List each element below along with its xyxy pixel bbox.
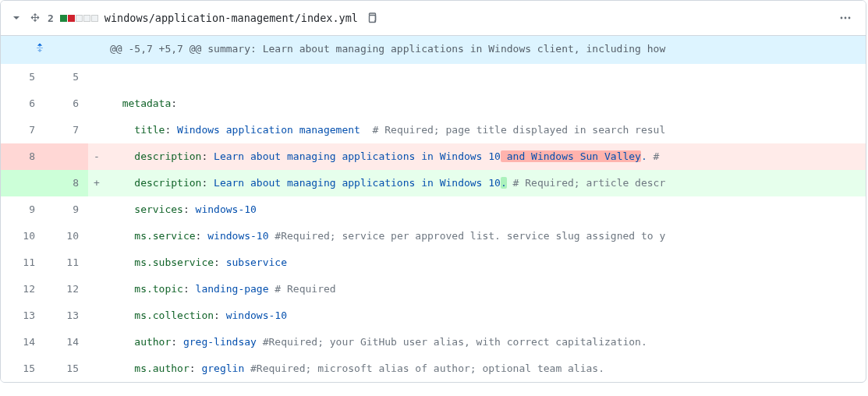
code-cell: author: greg-lindsay #Required; your Git… [105, 329, 866, 355]
old-line-number[interactable]: 6 [1, 90, 44, 117]
old-line-number[interactable]: 10 [1, 223, 44, 249]
new-line-number[interactable]: 14 [44, 329, 88, 355]
old-line-number[interactable]: 7 [1, 117, 44, 143]
new-line-number[interactable]: 6 [44, 90, 88, 117]
diff-line: 77 title: Windows application management… [1, 117, 866, 143]
new-line-number[interactable]: 13 [44, 302, 88, 329]
diff-marker: + [88, 170, 105, 196]
hunk-text: @@ -5,7 +5,7 @@ summary: Learn about man… [105, 36, 866, 64]
copy-icon[interactable] [364, 10, 380, 26]
diff-file: 2 windows/application-management/index.y… [0, 0, 866, 383]
old-line-number[interactable]: 11 [1, 249, 44, 276]
old-line-number[interactable]: 8 [1, 143, 44, 170]
diff-line: 55 [1, 64, 866, 90]
diff-line: 8- description: Learn about managing app… [1, 143, 866, 170]
code-cell: metadata: [105, 90, 866, 117]
diff-marker [88, 329, 105, 355]
diff-marker [88, 64, 105, 90]
code-cell: description: Learn about managing applic… [105, 143, 866, 170]
diff-marker [88, 302, 105, 329]
svg-point-1 [841, 17, 843, 19]
new-line-number[interactable] [44, 143, 88, 170]
expand-hunk-button[interactable] [1, 36, 88, 64]
old-line-number[interactable]: 12 [1, 276, 44, 302]
change-count: 2 [48, 12, 54, 24]
diff-file-header: 2 windows/application-management/index.y… [1, 1, 866, 36]
file-path[interactable]: windows/application-management/index.yml [105, 12, 358, 24]
old-line-number[interactable]: 13 [1, 302, 44, 329]
chevron-down-icon[interactable] [10, 12, 23, 24]
diff-marker [88, 90, 105, 117]
diff-marker [88, 117, 105, 143]
new-line-number[interactable]: 9 [44, 196, 88, 223]
code-cell: ms.collection: windows-10 [105, 302, 866, 329]
diff-line: 1212 ms.topic: landing-page # Required [1, 276, 866, 302]
code-cell: services: windows-10 [105, 196, 866, 223]
kebab-menu-icon[interactable] [834, 7, 856, 29]
new-line-number[interactable]: 11 [44, 249, 88, 276]
hunk-header: @@ -5,7 +5,7 @@ summary: Learn about man… [1, 36, 866, 64]
new-line-number[interactable]: 8 [44, 170, 88, 196]
diff-line: 1414 author: greg-lindsay #Required; you… [1, 329, 866, 355]
diff-line: 99 services: windows-10 [1, 196, 866, 223]
drag-handle-icon[interactable] [29, 12, 41, 24]
svg-point-3 [849, 17, 851, 19]
code-cell: ms.author: greglin #Required; microsoft … [105, 355, 866, 382]
old-line-number[interactable]: 14 [1, 329, 44, 355]
diff-line: 1515 ms.author: greglin #Required; micro… [1, 355, 866, 382]
diff-marker: - [88, 143, 105, 170]
old-line-number[interactable]: 9 [1, 196, 44, 223]
code-cell: description: Learn about managing applic… [105, 170, 866, 196]
new-line-number[interactable]: 5 [44, 64, 88, 90]
diff-marker [88, 355, 105, 382]
old-line-number[interactable]: 15 [1, 355, 44, 382]
diff-table: @@ -5,7 +5,7 @@ summary: Learn about man… [1, 36, 866, 382]
svg-point-2 [845, 17, 847, 19]
diff-line: 1313 ms.collection: windows-10 [1, 302, 866, 329]
new-line-number[interactable]: 7 [44, 117, 88, 143]
code-cell: ms.topic: landing-page # Required [105, 276, 866, 302]
diff-marker [88, 276, 105, 302]
old-line-number[interactable] [1, 170, 44, 196]
diff-line: 66 metadata: [1, 90, 866, 117]
diff-marker [88, 223, 105, 249]
new-line-number[interactable]: 10 [44, 223, 88, 249]
diff-marker [88, 196, 105, 223]
diff-line: 8+ description: Learn about managing app… [1, 170, 866, 196]
diff-stat-squares [60, 15, 98, 22]
code-cell: title: Windows application management # … [105, 117, 866, 143]
diff-line: 1111 ms.subservice: subservice [1, 249, 866, 276]
new-line-number[interactable]: 15 [44, 355, 88, 382]
new-line-number[interactable]: 12 [44, 276, 88, 302]
code-cell: ms.service: windows-10 #Required; servic… [105, 223, 866, 249]
code-cell [105, 64, 866, 90]
old-line-number[interactable]: 5 [1, 64, 44, 90]
code-cell: ms.subservice: subservice [105, 249, 866, 276]
diff-marker [88, 249, 105, 276]
diff-line: 1010 ms.service: windows-10 #Required; s… [1, 223, 866, 249]
